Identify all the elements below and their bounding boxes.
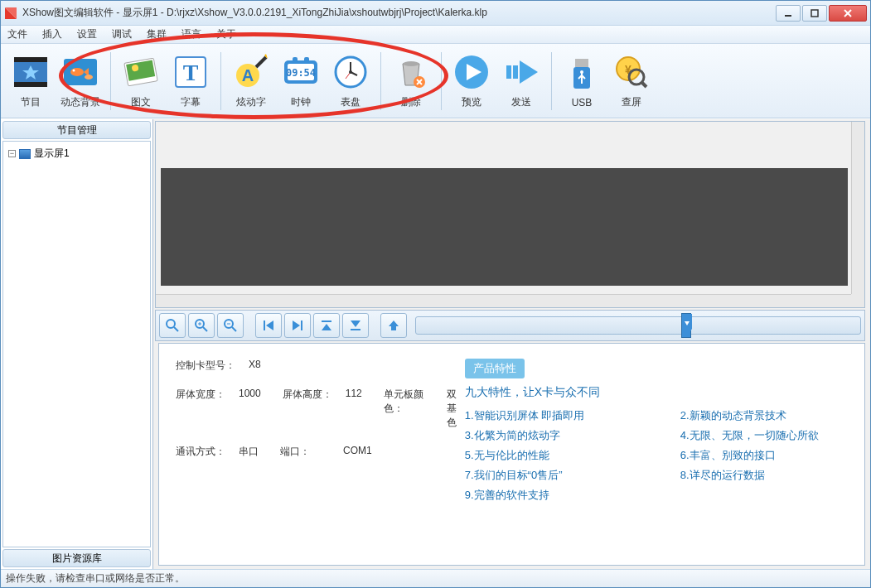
cell-color-label: 单元板颜色： — [384, 388, 433, 430]
minimize-button[interactable] — [776, 5, 801, 22]
svg-marker-42 — [520, 60, 538, 84]
close-button[interactable] — [829, 5, 867, 22]
status-text: 操作失败，请检查串口或网络是否正常。 — [6, 571, 185, 586]
preview-zone — [155, 121, 865, 308]
right-area: 控制卡型号：X8 屏体宽度：1000 屏体高度：112 单元板颜色：双基色 通讯… — [153, 119, 870, 569]
trash-icon — [391, 52, 431, 92]
tool-label: 删除 — [401, 95, 421, 109]
zoom-reset-button[interactable] — [159, 313, 186, 338]
tool-label: 字幕 — [181, 95, 201, 109]
menu-cluster[interactable]: 集群 — [147, 27, 167, 41]
svg-line-49 — [641, 82, 646, 87]
tool-usb[interactable]: USB — [557, 49, 607, 113]
jump-bottom-button[interactable] — [342, 313, 369, 338]
menubar: 文件 插入 设置 调试 集群 语言 关于 — [1, 26, 870, 44]
svg-text:T: T — [183, 60, 199, 85]
usb-icon — [562, 54, 602, 94]
svg-marker-64 — [322, 324, 331, 330]
tool-clock[interactable]: 09:54 时钟 — [276, 49, 326, 113]
svg-line-53 — [203, 327, 207, 331]
tool-preview[interactable]: 预览 — [447, 49, 496, 113]
screen-width-value: 1000 — [239, 388, 261, 430]
tool-label: 查屏 — [622, 95, 641, 109]
move-up-button[interactable] — [380, 313, 407, 338]
scroll-corner — [851, 294, 864, 307]
tool-program[interactable]: 节目 — [6, 49, 56, 113]
scrollbar-horizontal[interactable] — [156, 294, 851, 307]
svg-line-22 — [256, 57, 266, 67]
tool-checkscreen[interactable]: ¥ 查屏 — [607, 49, 656, 113]
feature-item: 8.详尽的运行数据 — [680, 468, 865, 483]
tree-item-screen1[interactable]: − 显示屏1 — [7, 145, 147, 162]
tool-label: 图文 — [131, 95, 151, 109]
scrollbar-vertical[interactable] — [851, 122, 864, 294]
svg-text:A: A — [242, 66, 254, 84]
tool-dynamic-bg[interactable]: 动态背景 — [56, 49, 105, 113]
svg-point-13 — [73, 70, 75, 72]
svg-rect-27 — [293, 57, 298, 62]
product-features: 产品特性 九大特性，让X卡与众不同 1.智能识别屏体 即插即用 2.新颖的动态背… — [465, 359, 865, 550]
zoom-in-button[interactable] — [188, 313, 215, 338]
timeline-track[interactable] — [415, 316, 861, 335]
app-icon — [4, 7, 17, 20]
svg-rect-40 — [506, 65, 511, 79]
tool-fancytext[interactable]: A 炫动字 — [226, 49, 276, 113]
feature-item: 2.新颖的动态背景技术 — [680, 408, 865, 423]
preview-canvas[interactable] — [161, 168, 848, 286]
left-panel: 节目管理 − 显示屏1 图片资源库 — [1, 119, 153, 569]
window-title: XShow图文编辑软件 - 显示屏1 - D:\rjxz\Xshow_V3.0.… — [22, 6, 776, 20]
toolbar-separator — [441, 52, 442, 110]
svg-rect-28 — [304, 57, 309, 62]
coin-magnify-icon: ¥ — [612, 52, 651, 92]
svg-point-11 — [70, 68, 84, 76]
toolbar-separator — [110, 52, 111, 110]
skip-end-button[interactable] — [284, 313, 311, 338]
menu-language[interactable]: 语言 — [181, 27, 201, 41]
port-value: COM1 — [343, 445, 372, 459]
tool-dial[interactable]: 表盘 — [326, 49, 375, 113]
main-area: 节目管理 − 显示屏1 图片资源库 — [1, 118, 870, 569]
svg-rect-7 — [14, 57, 47, 62]
menu-file[interactable]: 文件 — [7, 27, 27, 41]
tool-send[interactable]: 发送 — [496, 49, 546, 113]
menu-about[interactable]: 关于 — [216, 27, 236, 41]
feature-item: 3.化繁为简的炫动字 — [465, 428, 672, 443]
svg-text:09:54: 09:54 — [286, 67, 316, 79]
film-star-icon — [11, 52, 51, 92]
jump-top-button[interactable] — [313, 313, 340, 338]
program-tree[interactable]: − 显示屏1 — [2, 141, 151, 547]
svg-marker-60 — [266, 321, 273, 330]
feature-item: 7.我们的目标“0售后” — [465, 468, 672, 483]
menu-settings[interactable]: 设置 — [77, 27, 97, 41]
tool-label: 预览 — [462, 95, 481, 109]
toolbar: 节目 动态背景 图文 T 字幕 A 炫动字 09:54 时钟 表盘 — [1, 44, 870, 118]
menu-insert[interactable]: 插入 — [42, 27, 62, 41]
screen-width-label: 屏体宽度： — [176, 388, 225, 430]
tool-label: USB — [572, 97, 593, 108]
menu-debug[interactable]: 调试 — [112, 27, 132, 41]
timeline-toolbar — [155, 310, 865, 341]
toolbar-separator — [551, 52, 552, 110]
fish-scene-icon — [60, 52, 100, 92]
tool-subtitle[interactable]: T 字幕 — [166, 49, 215, 113]
svg-point-45 — [580, 70, 583, 74]
svg-line-57 — [232, 327, 236, 331]
titlebar: XShow图文编辑软件 - 显示屏1 - D:\rjxz\Xshow_V3.0.… — [1, 1, 870, 26]
comm-mode-label: 通讯方式： — [176, 445, 225, 459]
asset-library-button[interactable]: 图片资源库 — [2, 549, 151, 567]
tool-delete[interactable]: 删除 — [386, 49, 436, 113]
feature-item: 9.完善的软件支持 — [465, 488, 672, 503]
tool-imagetext[interactable]: 图文 — [116, 49, 166, 113]
zoom-out-button[interactable] — [217, 313, 244, 338]
features-tag: 产品特性 — [465, 359, 525, 378]
maximize-button[interactable] — [802, 5, 827, 22]
skip-start-button[interactable] — [255, 313, 282, 338]
svg-point-33 — [349, 70, 352, 74]
send-arrow-icon — [501, 52, 541, 92]
timeline-marker[interactable] — [681, 313, 691, 338]
expand-icon[interactable]: − — [8, 150, 16, 157]
svg-point-50 — [167, 320, 175, 328]
info-panel: 控制卡型号：X8 屏体宽度：1000 屏体高度：112 单元板颜色：双基色 通讯… — [158, 343, 865, 566]
analog-clock-icon — [331, 52, 370, 92]
svg-rect-41 — [513, 65, 518, 79]
